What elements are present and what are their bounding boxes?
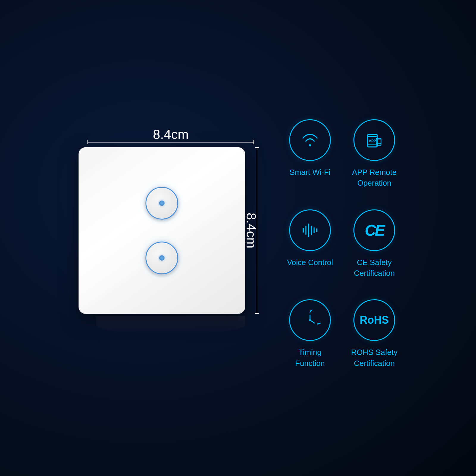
width-dimension: 8.4cm xyxy=(87,142,254,143)
wifi-icon xyxy=(300,132,320,148)
feature-rohs: RoHS ROHS SafetyCertification xyxy=(351,299,397,369)
app-icon: APP xyxy=(365,131,384,150)
rohs-icon: RoHS xyxy=(360,314,389,326)
feature-voice: Voice Control xyxy=(287,209,333,279)
voice-icon-circle xyxy=(289,209,331,251)
rohs-label: ROHS SafetyCertification xyxy=(351,347,397,369)
svg-point-0 xyxy=(309,144,311,146)
wifi-label: Smart Wi-Fi xyxy=(289,167,330,178)
switch-button-top[interactable] xyxy=(145,187,178,220)
svg-text:APP: APP xyxy=(369,139,376,143)
features-grid: Smart Wi-Fi APP APP RemoteOperation xyxy=(287,107,397,369)
voice-label: Voice Control xyxy=(287,257,333,268)
ce-label: CE SafetyCertification xyxy=(354,257,394,279)
main-container: 8.4cm 8.4cm xyxy=(0,0,476,476)
clock-icon xyxy=(300,310,320,331)
ce-icon-circle: CE xyxy=(353,209,395,251)
switch-reflection xyxy=(96,316,245,334)
switch-panel xyxy=(79,147,245,314)
app-label: APP RemoteOperation xyxy=(352,167,397,189)
height-dimension: 8.4cm xyxy=(251,147,263,314)
switch-with-dimension: 8.4cm xyxy=(79,147,263,314)
left-section: 8.4cm 8.4cm xyxy=(79,142,263,334)
feature-wifi: Smart Wi-Fi xyxy=(287,119,333,189)
width-label: 8.4cm xyxy=(153,127,189,142)
voice-icon xyxy=(300,221,320,240)
svg-point-16 xyxy=(309,319,311,321)
app-icon-circle: APP xyxy=(353,119,395,161)
switch-button-bottom[interactable] xyxy=(145,242,178,274)
wifi-icon-circle xyxy=(289,119,331,161)
feature-app: APP APP RemoteOperation xyxy=(351,119,397,189)
timing-icon-circle xyxy=(289,299,331,341)
feature-timing: TimingFunction xyxy=(287,299,333,369)
width-line xyxy=(87,142,254,143)
rohs-icon-circle: RoHS xyxy=(353,299,395,341)
feature-ce: CE CE SafetyCertification xyxy=(351,209,397,279)
height-label: 8.4cm xyxy=(244,213,259,248)
ce-icon: CE xyxy=(365,221,384,239)
timing-label: TimingFunction xyxy=(295,347,325,369)
